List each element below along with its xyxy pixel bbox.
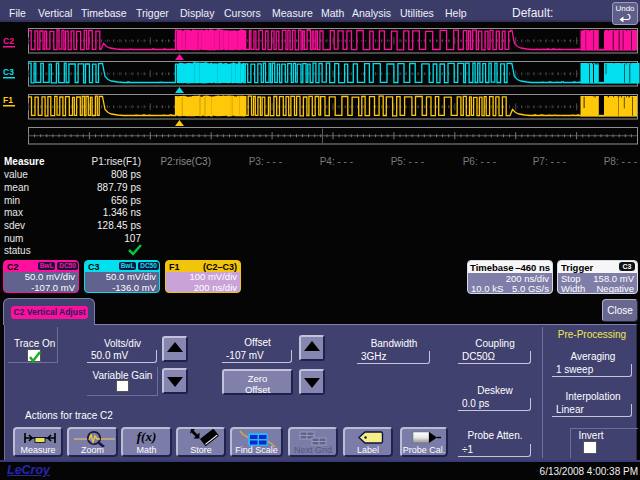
svg-text:C2: C2	[3, 36, 14, 46]
svg-text:C3: C3	[3, 67, 14, 77]
svg-text:F1: F1	[3, 95, 13, 105]
